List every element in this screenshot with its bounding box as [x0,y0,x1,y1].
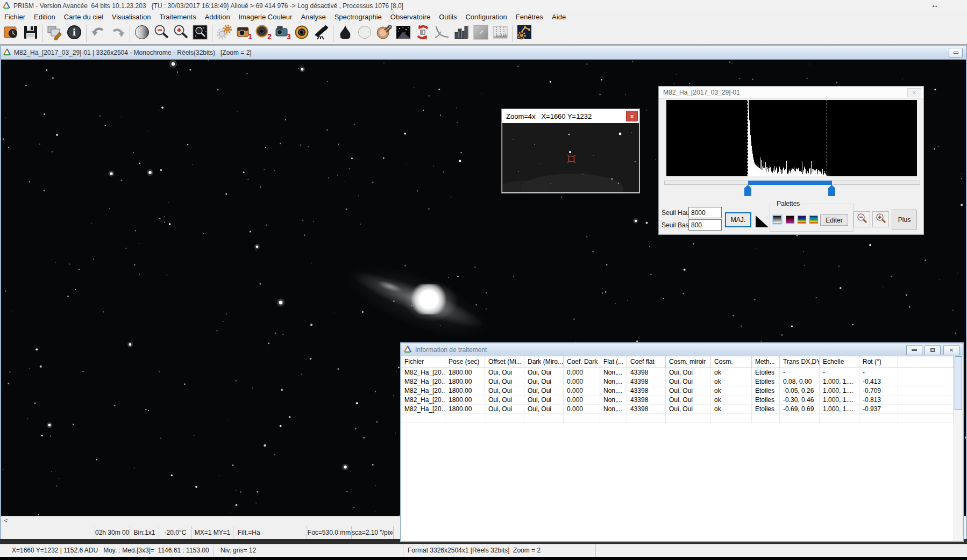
cell-empty [780,414,820,423]
cell: ok [711,386,752,396]
column-header-cosm-miroir[interactable]: Cosm. miroir [666,356,711,368]
column-header-cosm-[interactable]: Cosm. [711,356,752,368]
seuil-bas-input[interactable] [688,219,722,231]
scrollbar-thumb[interactable] [955,356,962,410]
menu-item-edition[interactable]: Edition [30,12,60,22]
camera-1-button[interactable]: 1 [234,23,253,44]
column-header-dark-miro-[interactable]: Dark (Miro... [524,356,564,368]
contrast-button[interactable] [132,23,152,44]
redo-icon [110,24,126,42]
palette-magenta[interactable] [786,216,794,224]
cell: Oui, Oui [485,405,524,414]
table-row[interactable]: M82_Ha_[20...1800.00Oui, OuiOui, Oui0.00… [401,377,954,386]
close-button[interactable]: ✕ [943,345,959,355]
app-titlebar[interactable]: PRISM - Version Avancée 64 bits 10.1.23.… [0,0,967,11]
maj-button[interactable]: MAJ. [725,212,751,227]
zoom-out-button[interactable] [152,23,171,44]
column-header-coef-dark[interactable]: Coef. Dark [564,356,600,368]
zoom-in-button[interactable] [171,23,190,44]
cell: - [859,368,898,377]
palette-spectrum[interactable] [809,216,818,224]
telescope-button[interactable] [311,23,331,44]
close-button[interactable]: x [626,111,638,121]
toolbar-separator [42,25,43,42]
palette-rainbow[interactable] [798,216,806,224]
gears-button[interactable] [215,23,234,44]
menu-item-imagerie-couleur[interactable]: Imagerie Couleur [234,12,297,22]
cell-empty [445,414,485,423]
vertical-scrollbar[interactable] [954,356,963,541]
histogram-cut-button[interactable] [490,23,510,44]
table-row[interactable]: M82_Ha_[20...1800.00Oui, OuiOui, Oui0.00… [401,368,954,377]
threshold-slider-track[interactable] [664,181,920,185]
menu-item-aide[interactable]: Aide [548,12,570,22]
column-header-coef-flat[interactable]: Coef flat [627,356,666,368]
restore-button[interactable] [925,345,941,355]
editer-button[interactable]: Editer [820,214,848,226]
info-button[interactable]: i [65,23,84,44]
menu-item-fenetres[interactable]: Fenêtres [511,12,548,22]
camera-3-button[interactable]: 3 [273,23,292,44]
high-threshold-handle[interactable] [828,185,835,196]
column-header-flat-[interactable]: Flat (... [600,356,627,368]
curve-button[interactable] [432,23,452,44]
plus-button[interactable]: Plus [892,210,917,229]
undo-button[interactable] [89,23,108,44]
histogram-3d-button[interactable] [452,23,471,44]
table-row[interactable]: M82_Ha_[20...1800.00Oui, OuiOui, Oui0.00… [401,405,954,414]
scroll-left-arrow-icon[interactable]: < [1,516,11,526]
image-window-titlebar[interactable]: M82_Ha_[2017_03_29]-01 | 3326x2504 - Mon… [1,46,966,60]
column-header-fichier[interactable]: Fichier [401,356,445,368]
dome-button[interactable] [355,23,374,44]
menu-item-carte-du-ciel[interactable]: Carte du ciel [60,12,108,22]
curve-icon [434,24,450,42]
calibration-button[interactable] [374,23,394,44]
column-header-offset-mi-[interactable]: Offset (Mi... [485,356,524,368]
restore-window-button[interactable] [949,48,963,58]
black-triangle-swatch[interactable] [756,216,769,227]
flat-field-button[interactable] [471,23,490,44]
derotate-button[interactable] [413,23,432,44]
menu-item-spectrographie[interactable]: Spectrographie [330,12,386,22]
column-header-rot-[interactable]: Rot (°) [859,356,898,368]
info-window-titlebar[interactable]: Information de traitement ✕ [401,343,963,356]
threshold-zoom-in-button[interactable] [872,211,889,227]
menu-item-traitements[interactable]: Traitements [155,12,201,22]
image-convert-button[interactable] [45,23,65,44]
cell: 43398 [627,377,666,386]
menu-item-observatoire[interactable]: Observatoire [386,12,435,22]
cell: Oui, Oui [666,377,711,386]
automation-button[interactable] [515,23,534,44]
histogram-window-titlebar[interactable]: M82_Ha_[2017_03_29]-01 [659,87,923,99]
cell-empty [711,414,752,423]
minimize-button[interactable] [906,345,922,355]
seuil-haut-input[interactable] [688,207,722,218]
menu-item-addition[interactable]: Addition [201,12,234,22]
menu-item-analyse[interactable]: Analyse [296,12,330,22]
camera-2-button[interactable]: 2 [253,23,273,44]
menu-item-configuration[interactable]: Configuration [461,12,511,22]
save-button[interactable] [21,23,40,44]
cell: M82_Ha_[20... [401,386,445,396]
table-row[interactable]: M82_Ha_[20...1800.00Oui, OuiOui, Oui0.00… [401,396,954,405]
redo-button[interactable] [108,23,127,44]
column-header-echelle[interactable]: Echelle [820,356,859,368]
histogram-window: M82_Ha_[2017_03_29]-01 ✕ Seuil Haut Seui… [658,86,924,235]
menu-item-outils[interactable]: Outils [435,12,461,22]
column-header-pose-sec-[interactable]: Pose (sec) [445,356,485,368]
open-image-button[interactable] [2,23,21,44]
table-row[interactable]: M82_Ha_[20...1800.00Oui, OuiOui, Oui0.00… [401,386,954,396]
menu-item-visualisation[interactable]: Visualisation [108,12,155,22]
palette-grayscale[interactable] [773,216,781,224]
threshold-zoom-out-button[interactable] [854,211,870,227]
column-header-meth-[interactable]: Meth... [752,356,780,368]
low-threshold-handle[interactable] [744,185,751,196]
zoom-window-titlebar[interactable]: Zoom=4x X=1660 Y=1232 [502,109,639,123]
menu-item-fichier[interactable]: Fichier [0,12,30,22]
cell: Oui, Oui [524,405,564,414]
starfield-button[interactable] [394,23,413,44]
filter-wheel-button[interactable] [292,23,311,44]
column-header-trans-dx-dy[interactable]: Trans DX,DY [780,356,820,368]
focuser-button[interactable] [336,23,355,44]
zoom-window-button[interactable] [190,23,210,44]
